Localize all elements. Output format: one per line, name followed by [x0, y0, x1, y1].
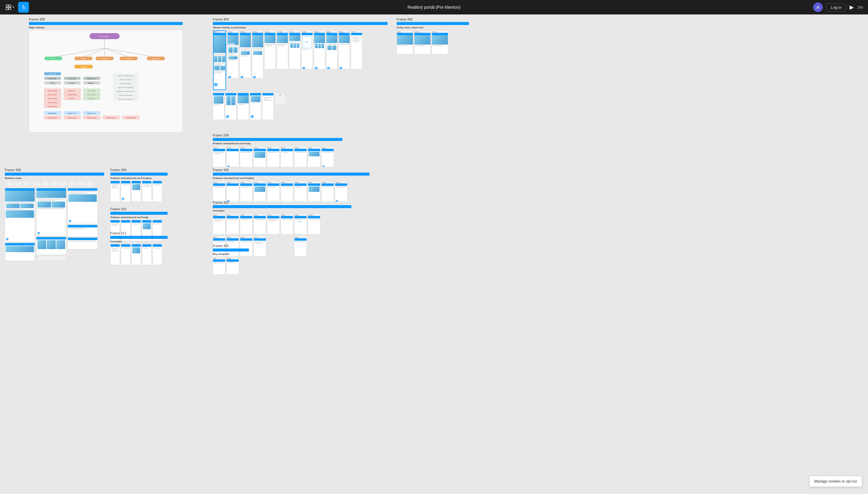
f301-t12[interactable]: For...	[254, 235, 266, 256]
thumb-row2-1[interactable]	[213, 93, 224, 120]
f299-t3[interactable]: Prid...	[240, 146, 253, 167]
f301-t1[interactable]: Rez...	[213, 213, 225, 234]
thumb-detail2[interactable]: Deta...	[252, 30, 263, 78]
play-button[interactable]: ▶	[850, 4, 854, 11]
frame-309-thumb-3[interactable]	[131, 181, 141, 202]
f300-t5[interactable]: Prid...	[267, 181, 280, 202]
avatar[interactable]: A	[813, 2, 823, 12]
hand-tool-button[interactable]	[18, 2, 29, 13]
f300-t7[interactable]: Prid...	[294, 181, 307, 202]
mob-4[interactable]: ...	[32, 181, 40, 187]
f301-t6[interactable]: Onli...	[281, 213, 293, 234]
thumb-category[interactable]: Cate...	[227, 30, 239, 78]
thumb-gale[interactable]: Galé...	[314, 30, 325, 69]
svg-text:Blog - detail: Blog - detail	[88, 90, 95, 92]
thumb-detail2-label: Deta...	[252, 31, 263, 33]
mob-tall-2b[interactable]	[36, 237, 66, 255]
thumb-detail1[interactable]: Deta...	[240, 30, 251, 78]
thumb-row2-6[interactable]: P	[275, 93, 286, 105]
mob-tall-1[interactable]	[5, 188, 35, 242]
f299-t8[interactable]: Prid...	[308, 146, 320, 167]
mob-8[interactable]: ...	[68, 181, 77, 187]
f299-t6[interactable]: Prid...	[281, 146, 293, 167]
f299-t7[interactable]: Prid...	[294, 146, 307, 167]
thumb-blog2[interactable]: Blog...	[338, 30, 350, 69]
mob-2[interactable]: ...	[14, 181, 22, 187]
thumb-category-label: Cate...	[227, 31, 238, 33]
thumb-faq[interactable]: FAQ	[351, 30, 362, 69]
svg-text:Realitné statist.: Realitné statist.	[48, 94, 57, 95]
frame-305: Frame 305 Prvky menu, okná a iné Ope... …	[396, 17, 472, 54]
mob-5[interactable]: ...	[41, 181, 50, 187]
f300-t8[interactable]: Prid...	[308, 181, 320, 202]
frame-311-thumb-4[interactable]	[142, 244, 152, 265]
thumb-cen[interactable]: Cen...	[289, 30, 300, 69]
frame-311-thumb-5[interactable]	[152, 244, 162, 265]
mob-9[interactable]: ...	[77, 181, 86, 187]
mob-1[interactable]: ...	[5, 181, 13, 187]
f302-t2[interactable]: Deta...	[226, 256, 239, 275]
f301-t13[interactable]: Kúp...	[294, 235, 307, 256]
f301-t3[interactable]: Rez...	[240, 213, 253, 234]
mob-3[interactable]: ...	[23, 181, 31, 187]
thumb-305-2[interactable]: Otvo...	[414, 30, 431, 54]
f300-t1[interactable]: Prid...	[213, 181, 225, 202]
cookie-notice[interactable]: Manage cookies or opt out	[809, 476, 862, 487]
f300-t9[interactable]: Prid...	[321, 181, 334, 202]
f299-t9[interactable]: Succ...	[321, 146, 334, 167]
frame-311-thumb-2[interactable]	[121, 244, 130, 265]
mob-tall-2[interactable]	[36, 188, 66, 236]
frame-309-thumb-2[interactable]	[121, 181, 130, 202]
frame-309-thumb-4[interactable]	[142, 181, 152, 202]
thumb-onas[interactable]: O nás	[277, 30, 288, 69]
frame-308-label: Frame 308	[5, 168, 107, 172]
thumb-row2-3[interactable]	[238, 93, 249, 120]
f302-t1[interactable]: My ...	[213, 256, 225, 275]
svg-text:Realitné aktivity: Realitné aktivity	[87, 117, 96, 119]
thumb-row2-5[interactable]	[262, 93, 274, 120]
mob-flag[interactable]: ⚑	[36, 255, 66, 261]
thumb-blog[interactable]: Blog	[326, 30, 337, 69]
mob-tall-3[interactable]	[68, 188, 98, 224]
frame-311-thumb-1[interactable]	[110, 244, 120, 265]
frame-304-section-bar	[213, 22, 388, 25]
thumb-305-3[interactable]: Otvo...	[431, 30, 448, 54]
f299-t5[interactable]: Prid...	[267, 146, 280, 167]
thumb-row2-2[interactable]	[225, 93, 237, 120]
f300-t6[interactable]: Prid...	[281, 181, 293, 202]
svg-text:My account - Notifications: My account - Notifications	[119, 98, 133, 100]
f300-t4[interactable]: Prid...	[254, 181, 266, 202]
mob-7[interactable]: ...	[59, 181, 68, 187]
frame-309-thumb-1[interactable]	[110, 181, 120, 202]
f301-t7[interactable]: Kúp...Kúp...	[294, 213, 307, 234]
frame-309-thumb-5[interactable]	[152, 181, 162, 202]
thumb-affili[interactable]: Affili... Affili...	[301, 30, 313, 69]
f300-t3[interactable]: Prid...	[240, 181, 253, 202]
f301-t5[interactable]: Inve...	[267, 213, 280, 234]
f301-t8[interactable]: Pred...	[308, 213, 320, 234]
mob-6[interactable]: ...	[50, 181, 58, 187]
grid-menu-button[interactable]	[5, 2, 16, 13]
mob-tall-1b[interactable]	[5, 243, 35, 261]
mob-tall-3b[interactable]	[68, 225, 98, 237]
f300-t2[interactable]: Prid...	[226, 181, 239, 202]
f299-t4[interactable]: Prid...	[254, 146, 266, 167]
frame-311-thumb-3[interactable]	[131, 244, 141, 265]
svg-text:Realitné: Realitné	[126, 58, 132, 60]
thumb-row2-4[interactable]	[250, 93, 261, 120]
f301-t4[interactable]: For...	[254, 213, 266, 234]
frame-305-section-label: Prvky menu, okná a iné	[396, 26, 472, 29]
f299-t2[interactable]: Prid...	[226, 146, 239, 167]
thumb-home[interactable]: Hom...	[213, 30, 226, 90]
frame-300-section-bar	[213, 173, 370, 176]
frame-301-row1: Rez... Rez... Rez... For... Inve... Onli…	[213, 213, 354, 234]
f300-t10[interactable]: Succ...	[335, 181, 348, 202]
mob-tall-3c[interactable]	[68, 238, 98, 249]
f301-t2[interactable]: Rez...	[226, 213, 239, 234]
mob-10[interactable]: ...	[86, 181, 95, 187]
svg-text:Realitné aktivity: Realitné aktivity	[48, 102, 57, 103]
login-button[interactable]: Log in	[826, 3, 846, 12]
thumb-contact[interactable]: Cont...	[264, 30, 276, 69]
thumb-305-1[interactable]: Ope...	[396, 30, 413, 54]
f299-t1[interactable]: Prid...	[213, 146, 225, 167]
